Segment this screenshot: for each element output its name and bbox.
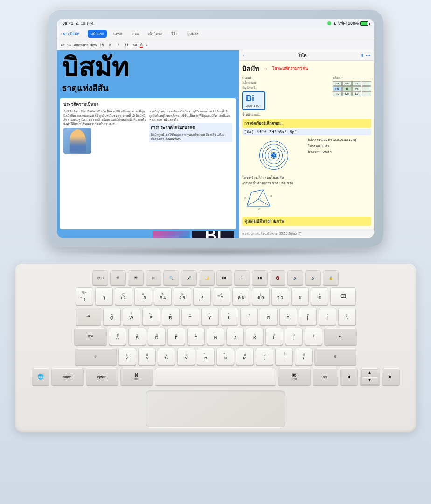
key-cmd-left[interactable]: ⌘cmd (120, 368, 153, 385)
text-color-btn[interactable]: A (140, 42, 142, 48)
key-s[interactable]: หS (128, 328, 146, 345)
key-arrow-up[interactable]: ▲ (361, 369, 378, 377)
key-x[interactable]: ปX (138, 348, 156, 365)
key-7[interactable]: &ึ 7 (213, 287, 230, 305)
key-5[interactable]: %ถ 5 (174, 287, 191, 305)
key-dnd[interactable]: 🌙 (199, 270, 215, 285)
tab-review[interactable]: รีวิว (168, 30, 181, 38)
key-arrow-right[interactable]: ► (382, 368, 400, 385)
key-arrow-down[interactable]: ▼ (361, 377, 378, 384)
key-semicolon[interactable]: ว; (285, 328, 303, 345)
key-mute[interactable]: 🔇 (270, 270, 285, 285)
key-dictation[interactable]: 🎤 (181, 270, 197, 285)
key-i[interactable]: รI (240, 308, 258, 325)
key-option[interactable]: option (86, 368, 118, 385)
key-p[interactable]: ยP (279, 308, 297, 325)
key-f[interactable]: ดF (167, 328, 185, 345)
font-name[interactable]: Angsana New (74, 43, 97, 47)
list-btn[interactable]: ≡ (146, 43, 148, 47)
key-2[interactable]: @/ 2 (115, 287, 132, 305)
key-globe[interactable]: 🌐 (32, 368, 49, 385)
key-u[interactable]: ีU (221, 308, 238, 325)
tab-draw[interactable]: วาด (129, 30, 141, 38)
key-play[interactable]: ⏸ (234, 270, 250, 285)
key-q[interactable]: ๆQ (103, 308, 121, 325)
key-m[interactable]: ทM (236, 348, 254, 365)
key-bracket-left[interactable]: บ[ (299, 308, 317, 325)
trackpad[interactable] (146, 390, 285, 427)
key-backslash[interactable]: ฃ\ (338, 308, 356, 325)
key-b[interactable]: ิB (197, 348, 215, 365)
key-0[interactable]: )จ 0 (271, 287, 289, 305)
italic-btn[interactable]: I (116, 42, 121, 48)
key-cmd-right[interactable]: ⌘cmd (278, 368, 311, 385)
key-arrow-left[interactable]: ◄ (340, 368, 358, 385)
key-9[interactable]: (ต 9 (252, 287, 270, 305)
key-return[interactable]: ↵ (324, 328, 357, 345)
underline-btn[interactable]: U (124, 42, 130, 48)
bold-btn[interactable]: B (107, 42, 113, 48)
key-1[interactable]: !ๅ (95, 287, 113, 305)
key-mission-control[interactable]: ⊞ (146, 270, 161, 285)
key-h[interactable]: ้H (207, 328, 224, 345)
key-w[interactable]: ไW (123, 308, 140, 325)
key-d[interactable]: กD (148, 328, 166, 345)
key-shift-left[interactable]: ⇧ (75, 348, 117, 365)
tab-insert[interactable]: แทรก (111, 30, 125, 38)
tab-view[interactable]: มุมมอง (184, 30, 201, 38)
key-control[interactable]: control (51, 368, 84, 385)
key-next[interactable]: ⏭ (252, 270, 268, 285)
key-quote[interactable]: ง' (305, 328, 322, 345)
key-o[interactable]: นO (260, 308, 278, 325)
key-minus[interactable]: _ข (291, 287, 309, 305)
font-size[interactable]: 15 (100, 43, 104, 47)
key-slash[interactable]: ฝ/ (295, 348, 313, 365)
key-shift-right[interactable]: ⇧ (314, 348, 356, 365)
key-prev[interactable]: ⏮ (216, 270, 232, 285)
key-8[interactable]: *ค 8 (232, 287, 250, 305)
notes-back-icon[interactable]: ‹ (243, 53, 244, 58)
key-v[interactable]: อV (177, 348, 195, 365)
key-capslock[interactable]: ก/A (74, 328, 107, 345)
key-c[interactable]: แC (158, 348, 175, 365)
key-bracket-right[interactable]: ล] (319, 308, 336, 325)
tab-layout[interactable]: เค้าโครง (145, 30, 165, 38)
key-backtick[interactable]: %~`็ 1 (76, 287, 93, 305)
key-comma[interactable]: ม, (256, 348, 273, 365)
key-y[interactable]: ัY (201, 308, 219, 325)
key-brightness-down[interactable]: ☀ (110, 270, 126, 285)
key-vol-down[interactable]: 🔉 (287, 270, 303, 285)
text-size-btn[interactable]: aA (133, 43, 138, 47)
notes-share-icon[interactable]: ⬆ (361, 53, 364, 58)
key-n[interactable]: ืN (216, 348, 234, 365)
key-space[interactable] (155, 368, 276, 385)
undo-btn[interactable]: ↩ (61, 42, 64, 48)
key-3[interactable]: #_ 3 (134, 287, 152, 305)
key-brightness-up[interactable]: ☀ (128, 270, 144, 285)
key-lock[interactable]: 🔒 (323, 270, 339, 285)
key-6[interactable]: ^ุ 6 (193, 287, 211, 305)
key-j[interactable]: ่J (226, 328, 244, 345)
key-vol-up[interactable]: 🔊 (305, 270, 321, 285)
key-k[interactable]: าK (246, 328, 264, 345)
key-opt-right[interactable]: opt (313, 368, 338, 385)
redo-btn[interactable]: ↪ (67, 42, 71, 48)
key-a[interactable]: ฟA (109, 328, 126, 345)
notes-more-icon[interactable]: ••• (366, 53, 370, 58)
key-search[interactable]: 🔍 (163, 270, 179, 285)
back-button[interactable]: ‹ ธาตุบิสมัท (61, 31, 79, 37)
key-r[interactable]: พR (162, 308, 180, 325)
key-backspace[interactable]: ⌫ (330, 287, 356, 305)
key-4[interactable]: $ภ 4 (154, 287, 172, 305)
key-period[interactable]: ใ. (275, 348, 293, 365)
key-z[interactable]: ผZ (118, 348, 136, 365)
key-e[interactable]: ำE (142, 308, 160, 325)
tab-homepage[interactable]: หน้าแรก (88, 30, 107, 38)
key-equals[interactable]: +ช (311, 287, 328, 305)
key-tab[interactable]: ⇥ (76, 308, 101, 325)
note-top-section: เวเลนซ์อิเล็กตรอน สัญลักษณ์ Bi 208-1804 … (242, 76, 371, 117)
key-l[interactable]: สL (265, 328, 283, 345)
key-t[interactable]: ะT (181, 308, 199, 325)
key-g[interactable]: เG (187, 328, 205, 345)
key-esc[interactable]: esc (92, 270, 108, 285)
